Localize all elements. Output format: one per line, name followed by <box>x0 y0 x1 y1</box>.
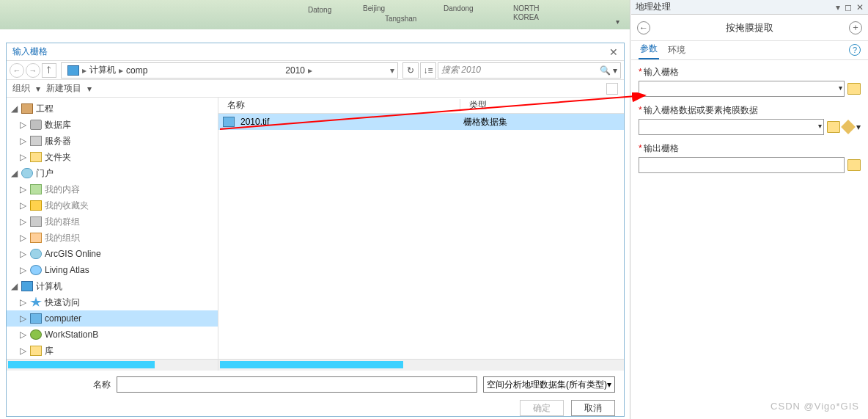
watermark: CSDN @Vigo*GIS <box>770 401 859 412</box>
file-browser-dialog: 输入栅格 ✕ ← → 🡑 ▸ 计算机 ▸ comp 2010 ▸ ▾ ↻ ↓≡ … <box>6 43 625 417</box>
file-name: 2010.tif <box>238 117 463 127</box>
input-raster-label: 输入栅格 <box>644 67 679 77</box>
output-raster-field[interactable] <box>639 157 845 173</box>
breadcrumb[interactable]: 2010 <box>282 65 308 76</box>
tree-item-arcgis-online[interactable]: ▷ArcGIS Online <box>7 246 218 262</box>
browse-icon[interactable] <box>847 83 861 95</box>
tree-item-living-atlas[interactable]: ▷Living Atlas <box>7 262 218 278</box>
tree-item-my-org[interactable]: ▷我的组织 <box>7 230 218 246</box>
dock-icon[interactable]: ◻ <box>845 2 852 12</box>
search-input[interactable]: 搜索 2010 🔍 ▾ <box>438 62 621 79</box>
type-filter-select[interactable]: 空间分析地理数据集(所有类型)▾ <box>483 376 615 393</box>
list-scrollbar[interactable] <box>218 359 624 371</box>
output-raster-label: 输出栅格 <box>644 143 679 153</box>
panel-title: 地理处理 <box>636 1 671 13</box>
help-icon[interactable]: ? <box>849 44 861 56</box>
tree-scrollbar[interactable] <box>7 359 218 371</box>
input-mask-field[interactable]: ▾ <box>639 119 824 135</box>
input-raster-field[interactable]: ▾ <box>639 81 845 97</box>
close-icon[interactable]: ✕ <box>609 46 618 58</box>
tree-item-project[interactable]: ◢工程 <box>7 101 218 117</box>
close-panel-icon[interactable]: ✕ <box>856 2 864 12</box>
address-bar[interactable]: ▸ 计算机 ▸ comp 2010 ▸ ▾ <box>61 62 398 79</box>
tab-params[interactable]: 参数 <box>639 40 659 59</box>
tool-title: 按掩膜提取 <box>650 21 849 34</box>
map-background: Datong Beijing Tangshan Dandong NORTH KO… <box>0 0 630 29</box>
pin-icon[interactable]: ▾ <box>836 2 840 12</box>
tree-item-computer-root[interactable]: ◢计算机 <box>7 278 218 294</box>
breadcrumb[interactable]: 计算机 <box>87 64 119 76</box>
sort-button[interactable]: ↓≡ <box>420 62 436 79</box>
cancel-button[interactable]: 取消 <box>571 400 615 416</box>
geoprocessing-panel: 地理处理 ▾ ◻ ✕ ← 按掩膜提取 ＋ 参数 环境 ? *输入栅格 ▾ *输入… <box>631 0 868 419</box>
breadcrumb[interactable]: comp <box>123 65 150 76</box>
folder-tree: ◢工程 ▷数据库 ▷服务器 ▷文件夹 ◢门户 ▷我的内容 ▷我的收藏夹 ▷我的群… <box>7 98 218 371</box>
column-name-header[interactable]: 名称 <box>218 99 460 112</box>
tree-item-workstation[interactable]: ▷WorkStationB <box>7 327 218 343</box>
nav-up-button[interactable]: 🡑 <box>42 63 56 78</box>
list-item[interactable]: 2010.tif 栅格数据集 <box>218 114 624 130</box>
back-button[interactable]: ← <box>637 21 650 34</box>
dialog-title: 输入栅格 <box>12 45 48 58</box>
new-item-menu[interactable]: 新建项目 <box>46 82 81 95</box>
column-type-header[interactable]: 类型 <box>460 99 487 112</box>
tree-item-db[interactable]: ▷数据库 <box>7 117 218 133</box>
nav-forward-button[interactable]: → <box>26 63 40 78</box>
tree-item-my-content[interactable]: ▷我的内容 <box>7 181 218 197</box>
computer-icon <box>67 65 79 76</box>
organize-menu[interactable]: 组织 <box>12 82 30 95</box>
input-mask-label: 输入栅格数据或要素掩膜数据 <box>644 105 758 115</box>
tree-item-folder[interactable]: ▷文件夹 <box>7 149 218 165</box>
add-button[interactable]: ＋ <box>849 21 862 34</box>
tree-item-portal[interactable]: ◢门户 <box>7 165 218 181</box>
name-label: 名称 <box>15 379 111 391</box>
search-icon: 🔍 ▾ <box>600 65 617 76</box>
tree-item-server[interactable]: ▷服务器 <box>7 133 218 149</box>
browse-icon[interactable] <box>847 159 861 171</box>
tree-item-my-fav[interactable]: ▷我的收藏夹 <box>7 197 218 214</box>
ok-button[interactable]: 确定 <box>520 400 564 416</box>
scroll-hint-icon: ▾ <box>616 18 619 26</box>
file-type: 栅格数据集 <box>463 116 507 128</box>
view-mode-button[interactable] <box>606 83 618 95</box>
browse-icon[interactable] <box>827 121 840 133</box>
raster-icon <box>223 117 235 127</box>
nav-back-button[interactable]: ← <box>10 63 24 78</box>
tree-item-my-group[interactable]: ▷我的群组 <box>7 214 218 230</box>
name-input[interactable] <box>117 376 477 393</box>
tree-item-library[interactable]: ▷库 <box>7 343 218 359</box>
tree-item-computer[interactable]: ▷computer <box>7 310 218 327</box>
pencil-icon[interactable] <box>841 120 856 134</box>
tree-item-quick-access[interactable]: ▷快速访问 <box>7 294 218 310</box>
refresh-button[interactable]: ↻ <box>402 62 419 79</box>
tab-environment[interactable]: 环境 <box>666 41 687 59</box>
